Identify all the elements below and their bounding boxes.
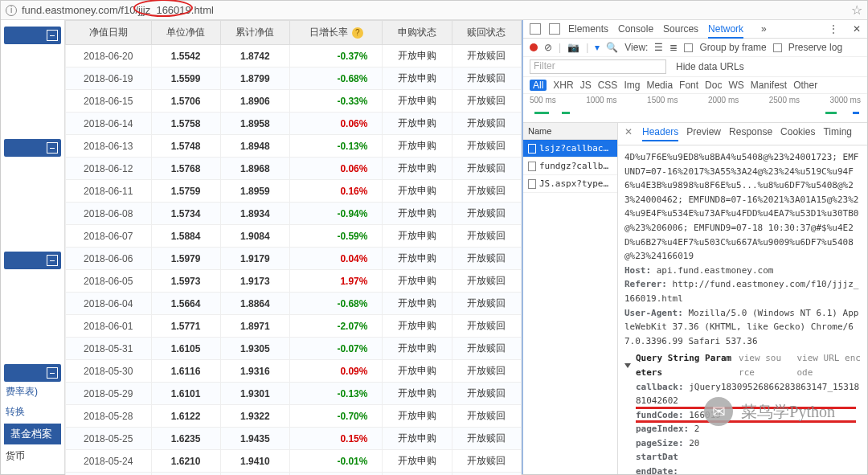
headers-tab[interactable]: Timing [823,126,852,141]
cell: 1.9301 [220,383,289,405]
sidebar-collapse-2[interactable] [4,139,61,157]
cell: 1.9305 [220,338,289,360]
clear-icon[interactable]: ⊘ [544,42,552,53]
devtools-tab[interactable]: Elements [568,23,608,35]
cell: 开放申购 [383,473,452,476]
host-label: Host: [624,265,651,276]
cell: 开放申购 [383,203,452,225]
cell: 1.5758 [151,113,220,135]
cell: 1.5759 [151,180,220,203]
devtools-menu-icon[interactable]: ⋮ [829,23,838,35]
request-row[interactable]: lsjz?callback=j... [523,140,617,158]
sidebar-convert-link[interactable]: 转换 [1,402,64,422]
filter-type[interactable]: Img [624,80,640,91]
sidebar-fee-link[interactable]: 费率表) [1,382,64,402]
nav-table-panel: 净值日期单位净值累计净值日增长率 ?申购状态赎回状态 2018-06-201.5… [65,20,523,474]
record-icon[interactable] [530,43,538,51]
table-row: 2018-06-201.55421.8742-0.37%开放申购开放赎回 [66,45,522,68]
filter-type[interactable]: WS [728,80,743,91]
cell: 2018-06-12 [66,158,152,180]
cell: 开放赎回 [452,90,521,113]
cell: 0.06% [289,158,383,180]
cell: 2018-05-24 [66,450,152,473]
table-row: 2018-06-191.55991.8799-0.68%开放申购开放赎回 [66,68,522,90]
table-row: 2018-06-151.57061.8906-0.33%开放申购开放赎回 [66,90,522,113]
cell: 1.8959 [220,180,289,203]
filter-type[interactable]: Media [646,80,673,91]
filter-type[interactable]: All [530,80,547,91]
filter-type[interactable]: CSS [598,80,618,91]
filter-funnel-icon[interactable]: ▾ [595,42,600,53]
view-source-link[interactable]: view source [739,351,785,379]
headers-tab[interactable]: Preview [686,126,721,141]
devtools-tab[interactable]: Sources [663,23,698,35]
filter-type[interactable]: Manifest [751,80,787,91]
sidebar-collapse-1[interactable] [4,27,61,44]
view-large-icon[interactable]: ☰ [654,42,663,53]
request-row[interactable]: fundgz?callbac... [523,158,617,175]
cell: 开放赎回 [452,405,521,428]
device-toggle-icon[interactable] [549,23,560,35]
group-checkbox[interactable] [684,43,693,52]
headers-tab[interactable]: Response [729,126,772,141]
cell: 开放赎回 [452,68,521,90]
referer-label: Referer: [624,279,667,289]
bookmark-star-icon[interactable]: ☆ [851,2,862,18]
request-list: Name lsjz?callback=j...fundgz?callbac...… [523,123,618,474]
cell: 开放赎回 [452,428,521,450]
cell: 1.8864 [220,293,289,315]
network-timeline[interactable]: 500 ms1000 ms1500 ms2000 ms2500 ms3000 m… [523,94,867,123]
cell: 1.6235 [151,428,220,450]
filter-type[interactable]: JS [580,80,592,91]
cell: 开放申购 [383,293,452,315]
cell: -0.68% [289,293,383,315]
devtools-tab[interactable]: Network [708,23,743,39]
cell: -0.94% [289,203,383,225]
cell: 1.6212 [151,473,220,476]
filter-type[interactable]: Doc [705,80,722,91]
view-url-encode-link[interactable]: view URL encode [796,351,861,379]
cell: 2018-06-04 [66,293,152,315]
cell: 2018-05-30 [66,360,152,383]
sidebar-collapse-3[interactable] [4,252,61,269]
capture-icon[interactable]: 📷 [567,42,579,53]
cell: 开放申购 [383,90,452,113]
filter-type[interactable]: XHR [553,80,573,91]
cell: 1.8968 [220,158,289,180]
table-row: 2018-06-061.59791.91790.04%开放申购开放赎回 [66,248,522,270]
cell: 1.6105 [151,338,220,360]
request-row[interactable]: JS.aspx?type=... [523,175,617,193]
view-small-icon[interactable]: ≣ [669,42,678,53]
table-row: 2018-06-111.57591.89590.16%开放申购开放赎回 [66,180,522,203]
cell: 开放申购 [383,113,452,135]
devtools-close-icon[interactable]: ✕ [853,23,861,35]
cell: 1.5979 [151,248,220,270]
filter-type[interactable]: Other [793,80,817,91]
preserve-checkbox[interactable] [773,43,782,52]
filter-type[interactable]: Font [679,80,698,91]
sidebar-currency-link[interactable]: 货币 [1,446,64,466]
filter-input[interactable]: Filter [530,59,666,74]
cookie-blob: 4D%u7F6E%u9ED8%u8BA4%u5408@%23%24001723;… [624,150,861,264]
devtools-tab[interactable]: Console [618,23,653,35]
cell: -0.33% [289,90,383,113]
help-icon[interactable]: ? [352,27,363,39]
cell: 开放申购 [383,225,452,248]
sidebar-archive-link[interactable]: 基金档案 [4,424,61,444]
cell: 2018-06-01 [66,315,152,338]
table-row: 2018-05-241.62101.9410-0.01%开放申购开放赎回 [66,450,522,473]
headers-tab[interactable]: Cookies [780,126,815,141]
cell: 开放申购 [383,45,452,68]
cell: 2018-05-28 [66,405,152,428]
url-bar[interactable]: i fund.eastmoney.com/f10/jjjz_166019.htm… [1,1,867,20]
qsp-section-title[interactable]: Query String Parameters view source view… [624,351,861,379]
sidebar-collapse-4[interactable] [4,364,61,382]
cell: 1.8971 [220,315,289,338]
cell: 开放赎回 [452,113,521,135]
headers-tab[interactable]: Headers [642,126,678,141]
inspect-icon[interactable] [530,23,541,35]
search-icon[interactable]: 🔍 [606,42,618,53]
headers-close-icon[interactable]: ✕ [624,126,633,141]
cell: 2018-06-19 [66,68,152,90]
devtools-more-tabs[interactable]: » [761,23,767,35]
